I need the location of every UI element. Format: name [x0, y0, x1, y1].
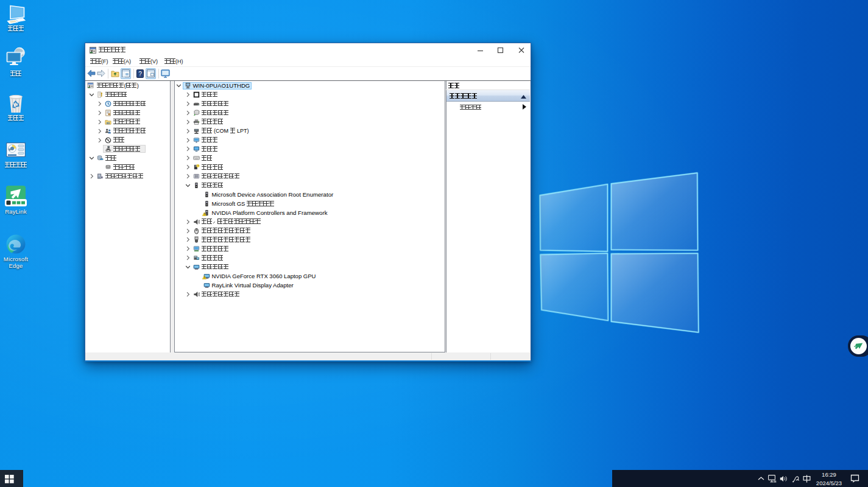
svg-text:?: ?: [138, 71, 142, 77]
